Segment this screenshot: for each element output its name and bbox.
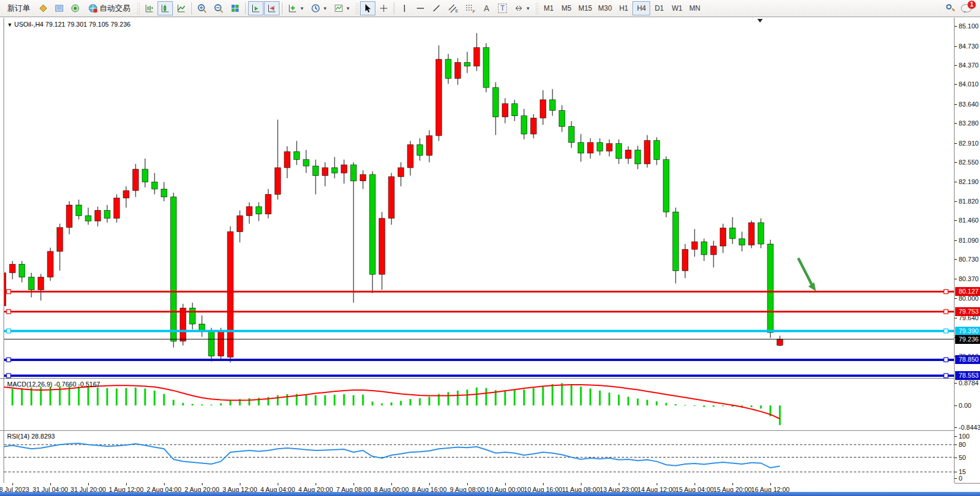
equidistant-channel-tool-button[interactable]: E — [445, 1, 461, 15]
autotrade-button[interactable]: 自动交易 — [83, 1, 135, 15]
pane-separator[interactable] — [0, 430, 980, 431]
price-tick: 100 — [955, 432, 980, 440]
chart-left-border — [4, 18, 4, 483]
price-tick: 0 — [955, 474, 980, 482]
trendline-tool-button[interactable] — [429, 1, 444, 15]
price-level-label: 78.850 — [955, 355, 980, 364]
horizontal-line-tool-button[interactable] — [413, 1, 428, 15]
timeframe-w1[interactable]: W1 — [668, 1, 686, 15]
ohlc-close: 79.236 — [111, 21, 131, 28]
chevron-down-icon: ▼ — [526, 6, 531, 11]
time-tick — [278, 483, 278, 485]
new-order-button[interactable]: 新订单 — [2, 1, 35, 15]
price-tick: 80 — [955, 440, 980, 449]
fibonacci-tool-button[interactable]: F — [462, 1, 478, 15]
time-tick — [88, 483, 89, 485]
price-chart-canvas[interactable] — [4, 18, 955, 378]
toolbar-drag-handle — [137, 2, 140, 14]
timeframe-m5[interactable]: M5 — [558, 1, 576, 15]
market-watch-icon[interactable] — [52, 1, 67, 15]
time-tick — [12, 483, 13, 485]
time-tick — [240, 483, 240, 485]
rsi-pane-canvas[interactable] — [4, 431, 955, 483]
profiles-icon[interactable] — [36, 1, 51, 15]
status-strip — [0, 492, 980, 496]
price-level-label: 79.390 — [955, 327, 980, 336]
time-tick — [202, 483, 203, 485]
macd-indicator-label: MACD(12,26,9) -0.7660 -0.5167 — [7, 381, 100, 388]
ohlc-open: 79.121 — [46, 21, 66, 28]
timeframe-mn[interactable]: MN — [686, 1, 703, 15]
text-label-tool-button[interactable]: T — [495, 1, 510, 15]
text-tool-button[interactable]: A — [479, 1, 494, 15]
time-tick — [505, 483, 506, 485]
price-tick: 81.460 — [955, 216, 980, 224]
svg-text:E: E — [455, 9, 458, 13]
time-tick — [732, 483, 733, 485]
price-tick: 80.730 — [955, 255, 980, 263]
chevron-down-icon: ▼ — [346, 6, 351, 11]
time-tick — [164, 483, 165, 485]
timeframe-h1[interactable]: H1 — [615, 1, 632, 15]
timeframe-d1[interactable]: D1 — [650, 1, 668, 15]
one-click-trading-toggle[interactable]: ▼ — [7, 22, 12, 28]
price-tick: 82.550 — [955, 158, 980, 166]
timeframe-switcher: M1M5M15M30H1H4D1W1MN — [540, 1, 704, 15]
price-tick: 50 — [955, 453, 980, 462]
time-tick — [429, 483, 430, 485]
timeframe-h4[interactable]: H4 — [632, 1, 650, 15]
time-tick — [695, 483, 695, 485]
autotrade-label: 自动交易 — [99, 3, 130, 14]
signals-icon[interactable] — [68, 1, 83, 15]
cursor-tool-button[interactable] — [360, 1, 375, 15]
time-tick — [619, 483, 619, 485]
chevron-down-icon: ▼ — [300, 6, 304, 11]
price-tick: 84.730 — [955, 42, 980, 50]
time-tick — [354, 483, 354, 485]
pane-separator[interactable] — [0, 378, 980, 379]
price-tick: 82.910 — [955, 139, 980, 147]
price-tick: 81.820 — [955, 197, 980, 205]
text-tool-glyph: A — [484, 4, 489, 13]
toolbar-drag-handle — [535, 2, 538, 14]
label-tool-glyph: T — [498, 4, 507, 13]
notifications-button[interactable]: 1 — [961, 4, 972, 12]
zoom-out-button[interactable] — [211, 1, 227, 15]
price-level-label: 79.753 — [955, 307, 980, 316]
price-tick: 84.370 — [955, 61, 980, 69]
arrows-tool-button[interactable]: ▼ — [511, 1, 534, 15]
price-level-label: 80.127 — [955, 287, 980, 296]
timeframe-m1[interactable]: M1 — [540, 1, 558, 15]
timeframe-m15[interactable]: M15 — [576, 1, 595, 15]
svg-text:F: F — [473, 9, 475, 14]
price-level-label: 78.553 — [955, 371, 980, 380]
crosshair-tool-button[interactable] — [376, 1, 391, 15]
price-tick: 81.090 — [955, 236, 980, 244]
zoom-in-button[interactable] — [194, 1, 210, 15]
search-icon[interactable] — [946, 4, 955, 13]
macd-pane-canvas[interactable] — [4, 379, 955, 430]
toolbar-drag-handle — [355, 2, 358, 14]
new-order-label: 新订单 — [7, 3, 30, 14]
mt-terminal-window: 新订单 自动交易 — [0, 0, 980, 496]
vertical-line-tool-button[interactable] — [397, 1, 412, 15]
bar-chart-type-button[interactable] — [142, 1, 157, 15]
timeframe-m30[interactable]: M30 — [595, 1, 615, 15]
chevron-down-icon: ▼ — [323, 6, 327, 11]
indicators-button[interactable]: ▼ — [285, 1, 307, 15]
toolbar: 新订单 自动交易 — [0, 0, 980, 17]
time-tick — [467, 483, 468, 485]
time-tick — [657, 483, 657, 485]
chart-shift-button[interactable] — [264, 1, 279, 15]
time-tick — [316, 483, 316, 485]
line-chart-type-button[interactable] — [173, 1, 189, 15]
periods-button[interactable]: ▼ — [308, 1, 330, 15]
price-axis[interactable]: 85.10084.73084.37084.01083.64083.28082.9… — [955, 18, 980, 483]
templates-button[interactable]: ▼ — [331, 1, 354, 15]
time-tick — [770, 483, 771, 485]
price-tick: 0.00 — [955, 401, 980, 410]
tile-windows-icon[interactable] — [227, 1, 243, 15]
time-tick — [126, 483, 127, 485]
auto-scroll-button[interactable] — [248, 1, 264, 15]
candlestick-chart-type-button[interactable] — [158, 1, 173, 15]
